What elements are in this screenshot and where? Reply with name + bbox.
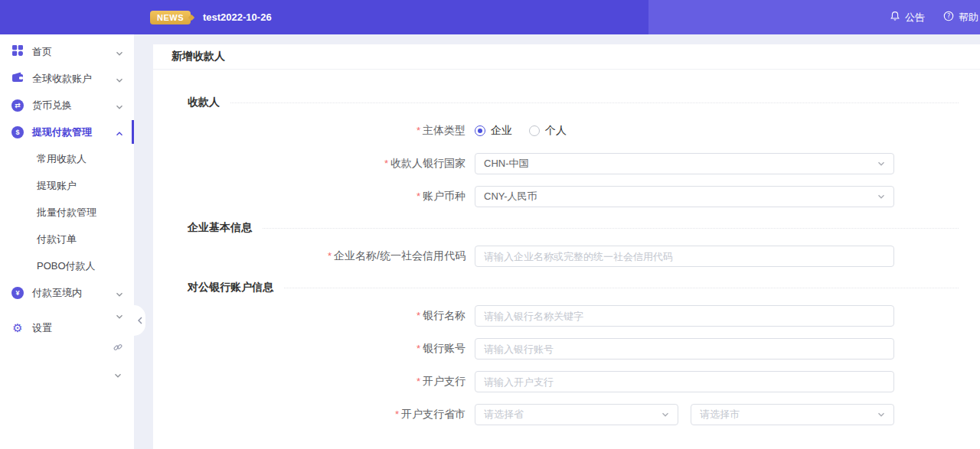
sidebar-item-label: 货币兑换 (32, 99, 72, 112)
sidebar-item-home[interactable]: 首页 (0, 38, 134, 65)
sidebar-item-settings[interactable]: ⚙ 设置 (0, 314, 134, 341)
wallet-icon (11, 71, 24, 86)
required-asterisk: * (395, 408, 399, 420)
page-header: 新增收款人 (153, 44, 980, 70)
branch-input-wrap (475, 371, 894, 392)
bank-name-field: *银行名称 (188, 305, 959, 327)
required-asterisk: * (416, 343, 420, 354)
sidebar-subitem-label: 付款订单 (37, 233, 77, 246)
select-value: CHN-中国 (484, 157, 529, 171)
sidebar-collapse-handle[interactable] (134, 305, 145, 336)
sidebar-item-domestic-payment[interactable]: ¥ 付款至境内 (0, 279, 134, 306)
gear-icon: ⚙ (11, 322, 24, 334)
sidebar-subitem-common-payees[interactable]: 常用收款人 (0, 145, 134, 172)
section-divider (230, 102, 959, 103)
sidebar-subitem-pobo-payers[interactable]: POBO付款人 (0, 252, 134, 279)
section-divider (284, 288, 959, 288)
sidebar-item-withdrawal-payment[interactable]: $ 提现付款管理 (0, 119, 134, 145)
currency-field: *账户币种 CNY-人民币 (188, 186, 959, 207)
section-corporate-bank-info: 对公银行账户信息 (188, 281, 959, 294)
chevron-up-icon (116, 129, 123, 140)
bank-name-input[interactable] (484, 311, 885, 322)
city-select[interactable]: 请选择市 (691, 404, 894, 425)
bank-country-select[interactable]: CHN-中国 (475, 153, 894, 174)
topbar-left: NEWS test2022-10-26 (150, 0, 272, 34)
bank-name-input-wrap (475, 305, 894, 327)
bell-icon (890, 11, 900, 24)
required-asterisk: * (384, 158, 388, 169)
topbar-right: 公告 ? 帮助 (890, 0, 980, 34)
chevron-down-icon (116, 102, 123, 113)
chevron-down-icon (116, 311, 123, 323)
province-select[interactable]: 请选择省 (475, 404, 678, 425)
sidebar-subitem-payment-orders[interactable]: 付款订单 (0, 226, 134, 252)
field-label: *收款人银行国家 (188, 157, 475, 171)
subject-type-field: *主体类型 企业 个人 (188, 120, 959, 142)
radio-label: 个人 (545, 124, 567, 138)
branch-region-selects: 请选择省 请选择市 (475, 404, 894, 425)
branch-region-field: *开户支行省市 请选择省 请选择市 (188, 404, 959, 425)
select-placeholder: 请选择省 (484, 408, 524, 421)
radio-selected-icon (475, 125, 485, 136)
svg-text:?: ? (947, 13, 950, 20)
section-title: 对公银行账户信息 (188, 281, 273, 294)
section-divider (263, 228, 959, 229)
section-enterprise-info: 企业基本信息 (188, 221, 959, 235)
currency-exchange-icon: ⇄ (11, 99, 24, 112)
yuan-circle-icon: ¥ (11, 287, 24, 299)
question-circle-icon: ? (943, 11, 954, 24)
bank-account-field: *银行账号 (188, 338, 959, 360)
sidebar-item-currency-exchange[interactable]: ⇄ 货币兑换 (0, 92, 134, 119)
dollar-circle-icon: $ (11, 126, 24, 138)
radio-label: 企业 (491, 124, 512, 138)
field-label: *开户支行省市 (188, 408, 475, 421)
radio-unselected-icon (529, 125, 540, 136)
field-label: *账户币种 (188, 190, 475, 203)
chevron-down-icon (116, 48, 123, 60)
required-asterisk: * (416, 376, 420, 387)
bank-account-input[interactable] (484, 343, 885, 355)
chevron-down-icon[interactable] (113, 369, 123, 382)
field-label: *开户支行 (188, 375, 475, 389)
main-content-card: 新增收款人 收款人 *主体类型 企业 个人 (153, 44, 980, 449)
company-name-input-wrap (475, 246, 894, 267)
bank-account-input-wrap (475, 338, 894, 360)
chevron-down-icon (877, 191, 885, 203)
news-badge: NEWS (150, 11, 191, 24)
field-label: *银行名称 (188, 309, 475, 323)
company-name-input[interactable] (484, 251, 885, 262)
radio-enterprise[interactable]: 企业 (475, 124, 512, 138)
section-title: 收款人 (188, 96, 220, 109)
environment-title: test2022-10-26 (203, 11, 272, 23)
topbar: NEWS test2022-10-26 公告 ? 帮助 (0, 0, 980, 34)
currency-select[interactable]: CNY-人民币 (475, 186, 894, 207)
sidebar-subitem-label: 提现账户 (37, 179, 77, 193)
sidebar-item-global-accounts[interactable]: 全球收款账户 (0, 65, 134, 92)
chevron-down-icon (116, 289, 123, 301)
chevron-down-icon (116, 75, 123, 86)
announcement-link[interactable]: 公告 (890, 11, 925, 24)
help-label: 帮助 (959, 11, 978, 24)
radio-individual[interactable]: 个人 (529, 124, 567, 138)
select-placeholder: 请选择市 (700, 408, 740, 421)
sidebar-subitem-batch-payment[interactable]: 批量付款管理 (0, 199, 134, 226)
sidebar-item-label: 提现付款管理 (32, 125, 92, 139)
announcement-label: 公告 (905, 11, 925, 24)
sidebar-item-label: 设置 (32, 321, 52, 335)
sidebar-subitem-withdrawal-accounts[interactable]: 提现账户 (0, 172, 134, 199)
branch-input[interactable] (484, 376, 885, 388)
chevron-down-icon (662, 409, 669, 421)
chevron-down-icon (877, 409, 885, 421)
help-link[interactable]: ? 帮助 (943, 11, 978, 24)
sidebar: 首页 全球收款账户 ⇄ 货币兑换 (0, 34, 134, 449)
required-asterisk: * (328, 250, 332, 262)
required-asterisk: * (416, 125, 420, 136)
link-icon[interactable] (113, 341, 123, 355)
sidebar-menu: 首页 全球收款账户 ⇄ 货币兑换 (0, 34, 134, 341)
subject-type-radio-group: 企业 个人 (475, 120, 567, 142)
sidebar-subitem-label: 批量付款管理 (37, 206, 96, 220)
sidebar-item-label: 首页 (32, 45, 52, 59)
section-payee: 收款人 (188, 96, 959, 109)
company-name-field: *企业名称/统一社会信用代码 (188, 246, 959, 267)
app-root: NEWS test2022-10-26 公告 ? 帮助 (0, 0, 980, 449)
